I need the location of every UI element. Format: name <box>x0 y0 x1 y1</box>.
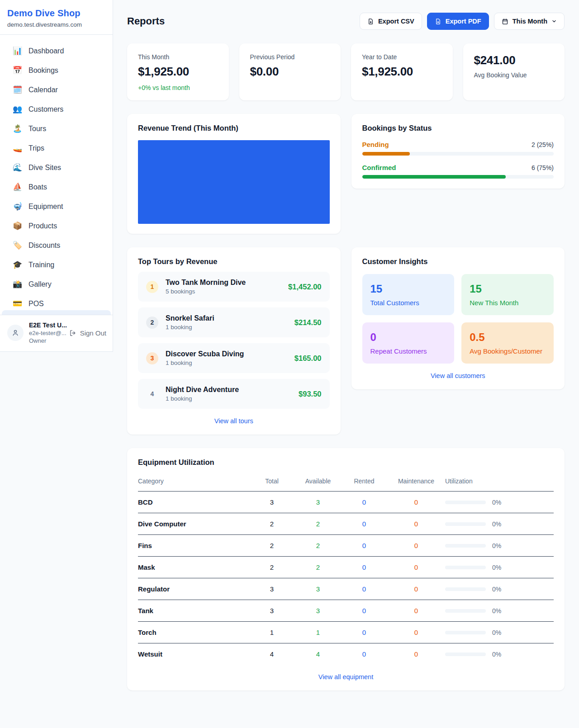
tour-name: Night Dive Adventure <box>166 386 291 394</box>
export-csv-button[interactable]: Export CSV <box>360 13 422 30</box>
view-all-customers-link[interactable]: View all customers <box>362 372 554 379</box>
sidebar-nav-item[interactable]: 🌊 Dive Sites <box>4 158 109 177</box>
sidebar-nav-item[interactable]: 🗓️ Calendar <box>4 80 109 99</box>
sidebar-nav-item[interactable]: 🤿 Equipment <box>4 197 109 216</box>
top-tours-card: Top Tours by Revenue 1 Two Tank Morning … <box>127 247 341 435</box>
utilization-percent: 0% <box>492 629 501 636</box>
tour-rank-badge: 3 <box>146 352 158 364</box>
tour-info: Discover Scuba Diving 1 booking <box>166 350 287 366</box>
calendar-icon <box>502 18 508 25</box>
sidebar-nav-item[interactable]: 🎓 Training <box>4 255 109 274</box>
tour-revenue: $214.50 <box>294 318 322 327</box>
shop-title[interactable]: Demo Dive Shop <box>7 8 105 19</box>
period-dropdown[interactable]: This Month <box>494 13 565 30</box>
main-content: Reports Export CSV Export PDF This Month… <box>113 0 579 709</box>
nav-item-label: Discounts <box>28 241 60 250</box>
equip-available: 2 <box>295 557 341 578</box>
utilization-track <box>445 609 486 613</box>
equip-maintenance: 0 <box>387 492 445 513</box>
equip-category: Wetsuit <box>138 643 249 665</box>
equip-available: 3 <box>295 578 341 600</box>
nav-item-icon: 👥 <box>13 104 22 114</box>
stat-value: $241.00 <box>474 53 554 67</box>
nav-item-label: Calendar <box>28 86 58 94</box>
equip-total: 3 <box>249 492 295 513</box>
sidebar-nav-item[interactable]: 🚤 Trips <box>4 138 109 158</box>
equip-total: 3 <box>249 578 295 600</box>
tour-name: Two Tank Morning Dive <box>166 279 281 287</box>
equipment-table-row: Dive Computer 2 2 0 0 0% <box>138 513 554 535</box>
sidebar: Demo Dive Shop demo.test.divestreams.com… <box>0 0 113 352</box>
sign-out-button[interactable]: Sign Out <box>69 329 106 337</box>
col-category: Category <box>138 473 249 492</box>
view-all-tours-link[interactable]: View all tours <box>138 417 330 425</box>
sidebar-nav-item[interactable]: 🏝️ Tours <box>4 119 109 138</box>
equipment-table-header: Category Total Available Rented Maintena… <box>138 473 554 492</box>
equipment-table-row: Wetsuit 4 4 0 0 0% <box>138 643 554 665</box>
equip-category: Dive Computer <box>138 513 249 535</box>
equip-category: Fins <box>138 535 249 557</box>
insight-grid: 15 Total Customers 15 New This Month 0 R… <box>362 274 554 364</box>
tour-name: Snorkel Safari <box>166 314 287 322</box>
equip-total: 4 <box>249 643 295 665</box>
utilization-percent: 0% <box>492 520 501 528</box>
sidebar-nav-item[interactable]: 📸 Gallery <box>4 274 109 294</box>
tour-revenue: $165.00 <box>294 354 322 363</box>
sidebar-nav-item[interactable]: 💳 POS <box>4 294 109 310</box>
utilization-track <box>445 544 486 548</box>
insight-value: 15 <box>470 283 546 295</box>
tour-list-item: 1 Two Tank Morning Dive 5 bookings $1,45… <box>138 272 330 302</box>
col-rented: Rented <box>341 473 387 492</box>
equip-category: Tank <box>138 600 249 622</box>
sidebar-nav-item[interactable]: 📊 Dashboard <box>4 41 109 61</box>
nav-item-label: Boats <box>28 183 47 191</box>
sidebar-nav-item[interactable]: 🏷️ Discounts <box>4 236 109 255</box>
nav-item-label: Gallery <box>28 280 52 288</box>
utilization-track <box>445 522 486 526</box>
equip-maintenance: 0 <box>387 578 445 600</box>
tour-name: Discover Scuba Diving <box>166 350 287 358</box>
nav-item-label: Bookings <box>28 66 58 75</box>
sidebar-nav-item[interactable]: 📅 Bookings <box>4 61 109 80</box>
col-maintenance: Maintenance <box>387 473 445 492</box>
sidebar-nav: 📊 Dashboard 📅 Bookings 🗓️ Calendar 👥 Cus… <box>0 35 113 310</box>
sidebar-nav-item[interactable]: 👥 Customers <box>4 99 109 119</box>
sidebar-nav-item[interactable]: 📦 Products <box>4 216 109 236</box>
sidebar-item-partial-highlight[interactable] <box>2 310 111 315</box>
user-info: E2E Test U... e2e-tester@... Owner <box>29 321 64 344</box>
stat-value: $1,925.00 <box>362 65 442 79</box>
view-all-equipment-link[interactable]: View all equipment <box>138 673 554 681</box>
stat-value: $0.00 <box>250 65 330 79</box>
insight-tile: 0 Repeat Customers <box>362 322 455 364</box>
status-progress-track <box>362 152 554 156</box>
equip-utilization-cell: 0% <box>445 564 554 571</box>
col-total: Total <box>249 473 295 492</box>
equip-available: 1 <box>295 622 341 643</box>
stat-label: This Month <box>138 53 218 61</box>
status-row: Confirmed 6 (75%) <box>362 164 554 179</box>
sidebar-nav-item[interactable]: ⛵ Boats <box>4 177 109 197</box>
equip-available: 3 <box>295 492 341 513</box>
tour-info: Two Tank Morning Dive 5 bookings <box>166 279 281 295</box>
equipment-table-row: Fins 2 2 0 0 0% <box>138 535 554 557</box>
status-label: Confirmed <box>362 164 396 171</box>
nav-item-icon: 🚤 <box>13 143 22 153</box>
equip-rented: 0 <box>341 513 387 535</box>
tour-rank-badge: 2 <box>146 317 158 329</box>
utilization-percent: 0% <box>492 564 501 571</box>
nav-item-icon: 🎓 <box>13 260 22 269</box>
equip-utilization-cell: 0% <box>445 499 554 506</box>
equip-category: Mask <box>138 557 249 578</box>
nav-item-icon: 🌊 <box>13 163 22 172</box>
status-progress-fill <box>362 175 506 179</box>
export-pdf-button[interactable]: Export PDF <box>427 13 489 30</box>
export-csv-label: Export CSV <box>378 18 414 25</box>
equip-category: BCD <box>138 492 249 513</box>
equip-utilization-cell: 0% <box>445 542 554 549</box>
equip-rented: 0 <box>341 535 387 557</box>
nav-item-icon: 🏷️ <box>13 241 22 250</box>
page-title: Reports <box>127 15 165 27</box>
status-row: Pending 2 (25%) <box>362 141 554 156</box>
equipment-table: Category Total Available Rented Maintena… <box>138 473 554 665</box>
sign-out-label: Sign Out <box>80 329 106 337</box>
